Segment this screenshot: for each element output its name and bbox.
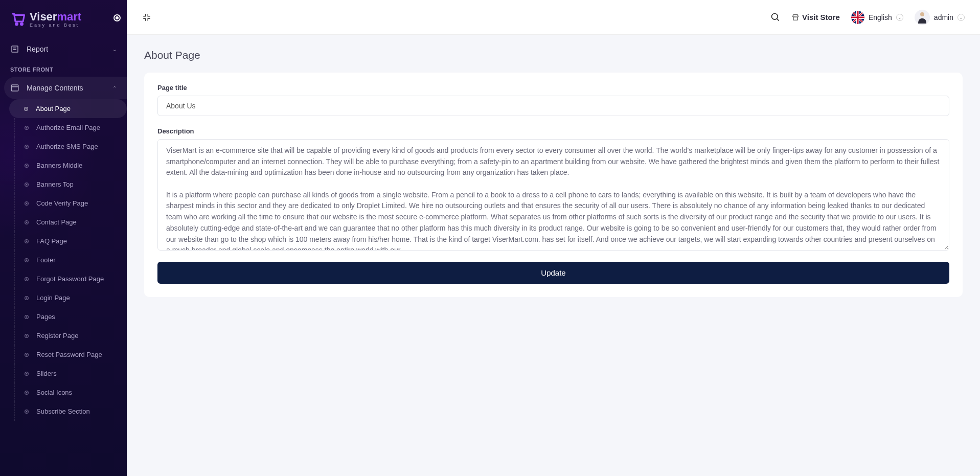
title-label: Page title: [157, 84, 949, 92]
chevron-down-icon: ⌄: [112, 47, 117, 52]
target-icon: [24, 258, 29, 263]
svg-point-36: [26, 373, 27, 374]
visit-store-label: Visit Store: [802, 13, 840, 21]
sidebar-subitem[interactable]: About Page: [9, 99, 127, 118]
svg-point-28: [26, 298, 27, 299]
search-icon[interactable]: [770, 12, 781, 22]
sidebar-subitem[interactable]: Subscribe Section: [14, 402, 127, 421]
sidebar-subitem[interactable]: Forgot Password Page: [14, 269, 127, 288]
sidebar-subitem[interactable]: Pages: [14, 307, 127, 326]
svg-point-38: [26, 392, 27, 393]
sidebar-subitem-label: Social Icons: [36, 389, 72, 396]
sidebar-subitem-label: Pages: [36, 313, 55, 321]
page-title-input[interactable]: [157, 96, 949, 116]
chevron-down-icon: ⌄: [958, 14, 965, 21]
description-label: Description: [157, 127, 949, 135]
sidebar-section-heading: STORE FRONT: [0, 60, 127, 77]
sidebar-item-report[interactable]: Report ⌄: [0, 38, 127, 60]
target-icon: [24, 371, 29, 376]
sidebar-subitem-label: Contact Page: [36, 218, 77, 226]
target-icon: [24, 201, 29, 206]
sidebar-subitem[interactable]: Login Page: [14, 288, 127, 307]
target-icon: [24, 220, 29, 225]
sidebar-subitem[interactable]: Register Page: [14, 326, 127, 345]
flag-icon: [851, 11, 864, 24]
svg-point-30: [26, 316, 27, 318]
target-icon: [24, 333, 29, 338]
username-label: admin: [934, 13, 953, 21]
sidebar-subitem-label: Register Page: [36, 332, 78, 339]
topbar: Visit Store English ⌄: [127, 0, 980, 35]
sidebar-subitem-label: Sliders: [36, 370, 57, 377]
chevron-up-icon: ⌃: [112, 85, 117, 91]
sidebar-subitem-label: Subscribe Section: [36, 407, 90, 415]
update-button[interactable]: Update: [157, 262, 949, 284]
sidebar-subitem[interactable]: Contact Page: [14, 213, 127, 232]
sidebar-pin-toggle[interactable]: [113, 14, 121, 21]
visit-store-link[interactable]: Visit Store: [792, 13, 840, 21]
sidebar-subitem[interactable]: Code Verify Page: [14, 194, 127, 213]
sidebar-subitem[interactable]: Social Icons: [14, 383, 127, 402]
avatar: [915, 10, 930, 25]
target-icon: [24, 277, 29, 282]
sidebar-subitem[interactable]: Authorize Email Page: [14, 118, 127, 137]
sidebar-subitem-label: Footer: [36, 256, 56, 264]
form-card: Page title Description Update: [144, 73, 963, 297]
sidebar-submenu: About PageAuthorize Email PageAuthorize …: [0, 99, 127, 421]
svg-point-18: [26, 203, 27, 204]
svg-line-42: [777, 18, 779, 20]
svg-point-12: [26, 146, 27, 147]
svg-point-16: [26, 184, 27, 185]
logo[interactable]: Visermart Easy and Best: [0, 5, 127, 38]
svg-rect-5: [11, 85, 18, 91]
sidebar-subitem[interactable]: Banners Middle: [14, 156, 127, 175]
svg-point-1: [21, 23, 23, 25]
target-icon: [24, 352, 29, 357]
sidebar-item-label: Report: [27, 45, 48, 53]
svg-point-44: [920, 12, 924, 16]
target-icon: [24, 239, 29, 244]
cart-icon: [10, 11, 26, 27]
target-icon: [24, 125, 29, 130]
svg-point-10: [26, 127, 27, 128]
chevron-down-icon: ⌄: [896, 14, 903, 21]
content: About Page Page title Description Update: [127, 35, 980, 311]
user-menu[interactable]: admin ⌄: [915, 10, 965, 25]
target-icon: [24, 182, 29, 187]
store-icon: [792, 14, 799, 21]
svg-point-34: [26, 354, 27, 355]
sidebar-item-label: Manage Contents: [27, 84, 83, 92]
sidebar-subitem[interactable]: Banners Top: [14, 175, 127, 194]
page-title: About Page: [144, 49, 963, 61]
svg-point-14: [26, 165, 27, 166]
sidebar-subitem-label: Login Page: [36, 294, 70, 302]
contents-icon: [10, 83, 19, 93]
sidebar-subitem[interactable]: Authorize SMS Page: [14, 137, 127, 156]
language-selector[interactable]: English ⌄: [851, 11, 903, 24]
svg-point-0: [16, 23, 18, 25]
brand-tagline: Easy and Best: [30, 22, 81, 28]
sidebar-subitem-label: Reset Password Page: [36, 351, 102, 358]
svg-point-41: [772, 13, 778, 19]
sidebar-subitem-label: Forgot Password Page: [36, 275, 104, 283]
svg-point-22: [26, 241, 27, 242]
target-icon: [24, 163, 29, 168]
sidebar-subitem[interactable]: Reset Password Page: [14, 345, 127, 364]
sidebar-subitem[interactable]: Sliders: [14, 364, 127, 383]
sidebar-subitem[interactable]: FAQ Page: [14, 232, 127, 251]
main: Visit Store English ⌄: [127, 0, 980, 476]
sidebar-item-manage-contents[interactable]: Manage Contents ⌃: [4, 77, 127, 99]
sidebar-subitem[interactable]: Footer: [14, 251, 127, 269]
svg-point-26: [26, 279, 27, 280]
sidebar-subitem-label: FAQ Page: [36, 237, 67, 245]
sidebar-subitem-label: Authorize SMS Page: [36, 143, 98, 150]
target-icon: [24, 390, 29, 395]
collapse-icon[interactable]: [142, 13, 151, 22]
target-icon: [24, 144, 29, 149]
target-icon: [24, 296, 29, 301]
description-textarea[interactable]: [157, 139, 949, 251]
brand-name: Visermart: [30, 10, 81, 24]
sidebar-subitem-label: Authorize Email Page: [36, 124, 100, 131]
svg-point-24: [26, 260, 27, 261]
language-label: English: [869, 13, 892, 21]
